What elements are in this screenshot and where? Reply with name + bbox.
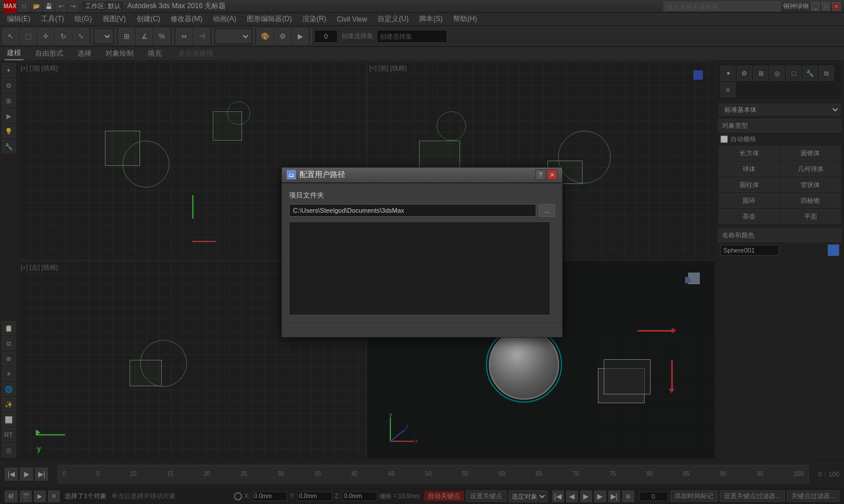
path-section-label: 项目文件夹 [289, 190, 555, 200]
file-list[interactable] [289, 222, 550, 315]
configure-paths-dialog: 🗂 配置用户路径 ? ✕ 项目文件夹 ... [281, 167, 563, 338]
dialog-help-btn[interactable]: ? [535, 169, 546, 180]
list-and-buttons [289, 222, 555, 315]
dialog-close-btn[interactable]: ✕ [547, 169, 557, 180]
dialog-content: 项目文件夹 ... [282, 183, 562, 322]
path-input-row: ... [289, 204, 555, 217]
dialog-overlay: 🗂 配置用户路径 ? ✕ 项目文件夹 ... [0, 0, 844, 504]
dialog-bottom-buttons [282, 322, 562, 337]
dialog-icon: 🗂 [287, 170, 296, 179]
dialog-controls: ? ✕ [535, 169, 557, 180]
dialog-title: 🗂 配置用户路径 [287, 169, 345, 180]
dialog-titlebar: 🗂 配置用户路径 ? ✕ [282, 168, 562, 183]
path-browse-btn[interactable]: ... [539, 204, 555, 217]
path-input[interactable] [289, 204, 536, 217]
